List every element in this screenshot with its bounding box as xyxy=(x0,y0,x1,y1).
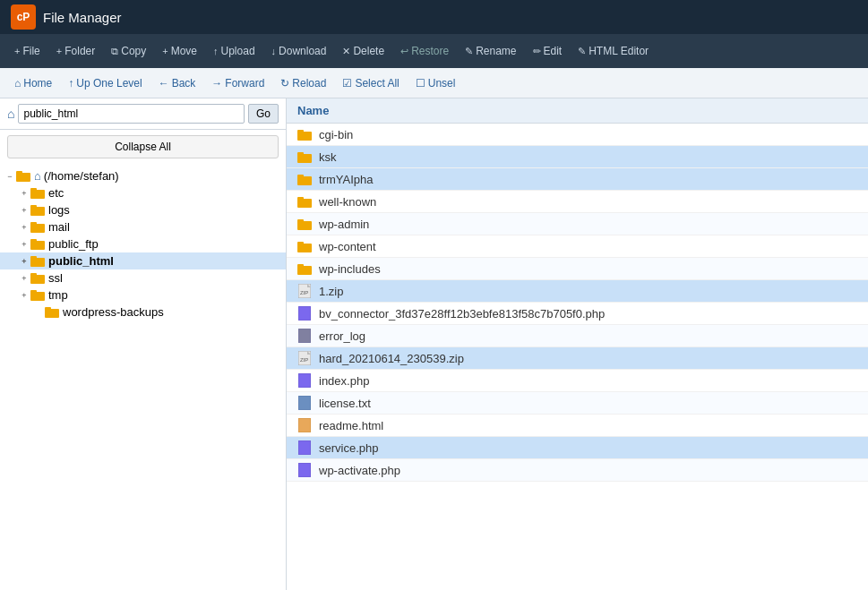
svg-rect-19 xyxy=(297,130,304,133)
file-row-service-php[interactable]: service.php xyxy=(287,437,868,459)
tree-item-ssl[interactable]: + ssl xyxy=(0,269,286,286)
folder-icon-wp-content xyxy=(297,239,312,253)
file-row-well-known[interactable]: well-known xyxy=(287,191,868,213)
log-icon-error xyxy=(297,329,312,343)
tree-toggle-logs[interactable]: + xyxy=(18,206,30,215)
main-area: ⌂ Go Collapse All − ⌂ (/home/stefan) + e xyxy=(0,98,868,590)
svg-rect-11 xyxy=(30,256,37,260)
tree-item-root[interactable]: − ⌂ (/home/stefan) xyxy=(0,167,286,184)
file-list-body: cgi-bin ksk trmYAIpha well xyxy=(287,124,868,590)
file-list: Name cgi-bin ksk trmYA xyxy=(287,98,868,590)
file-row-readme-html[interactable]: readme.html xyxy=(287,415,868,437)
file-name-wp-includes: wp-includes xyxy=(319,262,381,276)
file-list-header: Name xyxy=(287,98,868,124)
forward-button[interactable]: → Forward xyxy=(204,74,271,92)
tree-label-public-ftp: public_ftp xyxy=(48,237,99,251)
html-editor-button[interactable]: ✎ HTML Editor xyxy=(571,41,656,61)
rename-icon: ✎ xyxy=(465,46,473,57)
file-row-wp-includes[interactable]: wp-includes xyxy=(287,258,868,280)
svg-rect-13 xyxy=(30,273,37,277)
folder-icon-wordpress-backups xyxy=(45,306,59,318)
tree-item-public-html[interactable]: + public_html xyxy=(0,252,286,269)
file-button[interactable]: + File xyxy=(7,41,47,61)
zip-icon-hard: ZIP xyxy=(297,351,312,365)
svg-rect-27 xyxy=(297,219,304,223)
svg-rect-5 xyxy=(30,205,37,209)
zip-icon-1: ZIP xyxy=(297,284,312,298)
file-name-well-known: well-known xyxy=(319,195,376,209)
copy-icon: ⧉ xyxy=(111,46,118,57)
file-row-trmyaipha[interactable]: trmYAIpha xyxy=(287,168,868,191)
move-button[interactable]: + Move xyxy=(155,41,204,61)
file-row-ksk[interactable]: ksk xyxy=(287,146,868,168)
folder-button[interactable]: + Folder xyxy=(49,41,102,61)
file-name-error-log: error_log xyxy=(319,329,365,343)
file-row-wp-activate-php[interactable]: wp-activate.php xyxy=(287,459,868,482)
file-row-index-php[interactable]: index.php xyxy=(287,370,868,392)
tree-item-tmp[interactable]: + tmp xyxy=(0,286,286,304)
reload-button[interactable]: ↻ Reload xyxy=(273,74,333,92)
select-all-button[interactable]: ☑ Select All xyxy=(335,74,406,92)
edit-button[interactable]: ✏ Edit xyxy=(526,41,570,61)
folder-icon-etc xyxy=(30,187,45,199)
tree-item-public-ftp[interactable]: + public_ftp xyxy=(0,235,286,252)
php-icon-service xyxy=(297,440,312,455)
edit-icon: ✏ xyxy=(533,46,541,57)
tree-toggle-public-html[interactable]: + xyxy=(18,257,30,266)
folder-icon-ksk xyxy=(297,150,312,164)
tree-toggle-root[interactable]: − xyxy=(4,172,16,181)
file-name-cgi-bin: cgi-bin xyxy=(319,128,353,141)
collapse-all-button[interactable]: Collapse All xyxy=(7,135,279,158)
upload-button[interactable]: ↑ Upload xyxy=(206,41,262,61)
home-nav-button[interactable]: ⌂ Home xyxy=(7,74,59,92)
svg-rect-23 xyxy=(297,175,304,178)
unselect-button[interactable]: ☐ Unsel xyxy=(408,74,463,92)
toolbar: + File + Folder ⧉ Copy + Move ↑ Upload ↓… xyxy=(0,34,868,68)
folder-icon-mail xyxy=(30,221,45,233)
tree-toggle-mail[interactable]: + xyxy=(18,223,30,232)
file-row-wp-admin[interactable]: wp-admin xyxy=(287,213,868,235)
tree-item-mail[interactable]: + mail xyxy=(0,218,286,235)
folder-icon-logs xyxy=(30,204,45,216)
name-column-header: Name xyxy=(297,104,329,117)
tree-item-logs[interactable]: + logs xyxy=(0,201,286,218)
file-row-wp-content[interactable]: wp-content xyxy=(287,235,868,258)
reload-icon: ↻ xyxy=(280,77,289,90)
file-row-error-log[interactable]: error_log xyxy=(287,325,868,347)
file-name-1-zip: 1.zip xyxy=(319,285,343,298)
html-editor-icon: ✎ xyxy=(578,46,586,57)
up-one-level-button[interactable]: ↑ Up One Level xyxy=(61,74,149,92)
file-row-license-txt[interactable]: license.txt xyxy=(287,392,868,415)
tree-toggle-etc[interactable]: + xyxy=(18,189,30,198)
file-name-bv-connector: bv_connector_3fd37e28ff12b3ebfe813f58c7b… xyxy=(319,307,605,321)
go-button[interactable]: Go xyxy=(248,104,279,124)
back-button[interactable]: ← Back xyxy=(151,74,203,92)
copy-button[interactable]: ⧉ Copy xyxy=(104,41,153,61)
sidebar: ⌂ Go Collapse All − ⌂ (/home/stefan) + e xyxy=(0,98,287,590)
tree-item-wordpress-backups[interactable]: wordpress-backups xyxy=(0,304,286,321)
path-home-icon: ⌂ xyxy=(7,107,14,121)
folder-icon-tmp xyxy=(30,289,45,301)
delete-button[interactable]: ✕ Delete xyxy=(335,41,391,61)
rename-button[interactable]: ✎ Rename xyxy=(458,41,523,61)
tree-toggle-tmp[interactable]: + xyxy=(18,291,30,300)
home-nav-icon: ⌂ xyxy=(14,77,21,90)
download-button[interactable]: ↓ Download xyxy=(264,41,334,61)
restore-button[interactable]: ↩ Restore xyxy=(393,41,456,61)
restore-icon: ↩ xyxy=(400,46,408,57)
tree-label-mail: mail xyxy=(48,220,70,234)
file-name-trmyaipha: trmYAIpha xyxy=(319,173,373,186)
svg-rect-15 xyxy=(30,290,37,294)
file-row-cgi-bin[interactable]: cgi-bin xyxy=(287,124,868,146)
file-row-bv-connector[interactable]: bv_connector_3fd37e28ff12b3ebfe813f58c7b… xyxy=(287,303,868,325)
file-row-1-zip[interactable]: ZIP 1.zip xyxy=(287,280,868,303)
file-name-wp-content: wp-content xyxy=(319,240,376,253)
file-row-hard-zip[interactable]: ZIP hard_20210614_230539.zip xyxy=(287,347,868,370)
tree-item-etc[interactable]: + etc xyxy=(0,184,286,201)
tree-label-ssl: ssl xyxy=(48,271,63,285)
tree-toggle-public-ftp[interactable]: + xyxy=(18,240,30,249)
path-input[interactable] xyxy=(18,104,245,124)
tree-toggle-ssl[interactable]: + xyxy=(18,274,30,283)
html-icon-readme xyxy=(297,418,312,432)
svg-rect-42 xyxy=(298,418,311,432)
